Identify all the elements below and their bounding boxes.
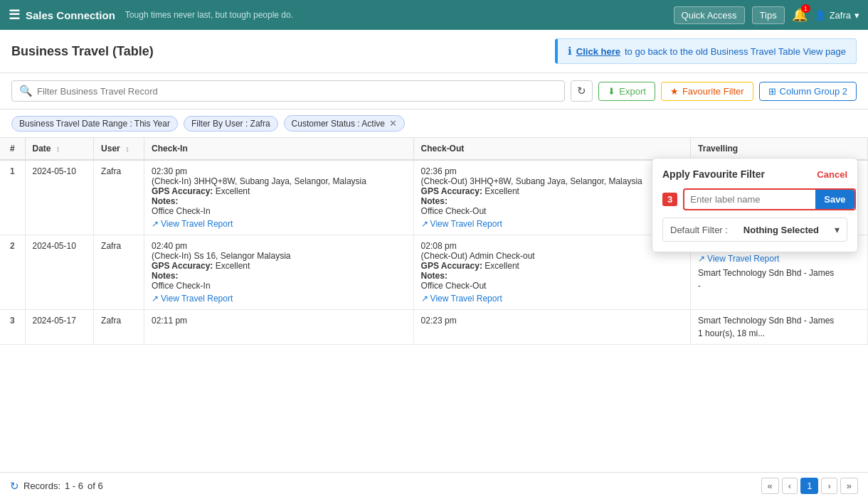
checkin-gps: GPS Accuracy: Excellent <box>152 186 406 196</box>
label-name-input[interactable] <box>684 190 815 209</box>
search-icon: 🔍 <box>19 85 33 97</box>
checkout-time: 02:08 pm <box>421 241 684 251</box>
row-travelling: Smart Technology Sdn Bhd - James 1 hour(… <box>691 310 868 345</box>
quick-access-button[interactable]: Quick Access <box>674 6 745 24</box>
last-page-button[interactable]: » <box>840 478 858 494</box>
checkout-notes: Notes: <box>421 196 684 206</box>
user-tag-label: Filter By User : Zafra <box>191 119 270 129</box>
row-date: 2024-05-10 <box>25 235 94 310</box>
user-sort-icon[interactable]: ↕ <box>125 144 129 153</box>
step-badge: 3 <box>662 193 677 206</box>
date-sort-icon[interactable]: ↕ <box>56 144 60 153</box>
checkout-location: (Check-Out) Admin Check-out <box>421 251 684 261</box>
checkout-view-report-link[interactable]: ↗ View Travel Report <box>421 219 684 229</box>
travelling-dash: - <box>698 281 860 291</box>
customer-status-filter-tag: Customer Status : Active ✕ <box>284 115 405 132</box>
nav-actions: Quick Access Tips 🔔1 👤 Zafra ▾ <box>674 6 859 24</box>
checkin-time: 02:30 pm <box>152 166 406 176</box>
label-input-wrap: Save <box>683 188 855 210</box>
checkout-time: 02:36 pm <box>421 166 684 176</box>
search-input[interactable] <box>37 86 557 97</box>
col-checkout: Check-Out <box>413 138 691 160</box>
hamburger-icon[interactable]: ☰ <box>9 7 20 23</box>
table-row: 3 2024-05-17 Zafra 02:11 pm 02:23 pm Sma… <box>0 310 868 345</box>
top-navigation: ☰ Sales Connection Tough times never las… <box>0 0 868 30</box>
user-chevron-icon: ▾ <box>854 10 859 21</box>
row-date: 2024-05-10 <box>25 160 94 235</box>
checkout-time: 02:23 pm <box>421 316 684 326</box>
info-icon: ℹ <box>568 45 572 58</box>
customer-status-tag-label: Customer Status : Active <box>292 119 385 129</box>
refresh-icon: ↻ <box>577 85 586 97</box>
checkin-location: (Check-In) Ss 16, Selangor Malaysia <box>152 251 406 261</box>
col-user: User ↕ <box>94 138 144 160</box>
row-checkin: 02:11 pm <box>144 310 414 345</box>
popup-cancel-button[interactable]: Cancel <box>817 169 847 180</box>
notification-bell[interactable]: 🔔1 <box>792 7 808 23</box>
refresh-button[interactable]: ↻ <box>571 80 593 102</box>
popup-step-row: 3 Save <box>662 188 847 210</box>
save-favourite-button[interactable]: Save <box>815 190 854 209</box>
default-filter-value: Nothing Selected <box>743 225 819 235</box>
app-name: Sales Connection <box>26 9 115 21</box>
records-range: 1 - 6 <box>65 481 83 491</box>
row-checkout: 02:23 pm <box>413 310 691 345</box>
refresh-records-icon[interactable]: ↻ <box>10 480 19 493</box>
user-name: Zafra <box>830 10 851 21</box>
columns-icon: ⊞ <box>768 86 776 97</box>
travelling-duration: 1 hour(s), 18 mi... <box>698 328 860 338</box>
date-range-filter-tag: Business Travel Date Range : This Year <box>11 116 178 132</box>
checkin-time: 02:11 pm <box>152 316 406 326</box>
app-tagline: Tough times never last, but tough people… <box>125 10 674 20</box>
checkout-gps: GPS Accuracy: Excellent <box>421 261 684 271</box>
checkin-notes: Notes: <box>152 196 406 206</box>
app-brand: ☰ Sales Connection <box>9 7 115 23</box>
popup-title: Apply Favourite Filter <box>662 168 765 180</box>
filter-tags-row: Business Travel Date Range : This Year F… <box>0 109 868 138</box>
user-filter-tag: Filter By User : Zafra <box>184 116 278 132</box>
search-box[interactable]: 🔍 <box>11 80 565 102</box>
next-page-button[interactable]: › <box>821 478 837 494</box>
checkin-view-report-link[interactable]: ↗ View Travel Report <box>152 219 406 229</box>
user-menu[interactable]: 👤 Zafra ▾ <box>815 10 859 21</box>
page-title: Business Travel (Table) <box>11 44 154 59</box>
column-group-label: Column Group 2 <box>780 86 847 97</box>
checkout-location: (Check-Out) 3HHQ+8W, Subang Jaya, Selang… <box>421 176 684 186</box>
checkout-gps: GPS Accuracy: Excellent <box>421 186 684 196</box>
col-checkin: Check-In <box>144 138 414 160</box>
row-checkout: 02:08 pm (Check-Out) Admin Check-out GPS… <box>413 235 691 310</box>
row-user: Zafra <box>94 160 144 235</box>
checkin-note-value: Office Check-In <box>152 206 406 216</box>
notification-badge: 1 <box>801 4 810 13</box>
checkin-notes: Notes: <box>152 271 406 281</box>
favourite-filter-button[interactable]: ★ Favourite Filter <box>661 82 753 101</box>
row-user: Zafra <box>94 310 144 345</box>
export-button[interactable]: ⬇ Export <box>598 82 655 101</box>
user-avatar-icon: 👤 <box>815 10 826 21</box>
checkin-view-report-link[interactable]: ↗ View Travel Report <box>152 294 406 304</box>
info-banner: ℹ Click here to go back to the old Busin… <box>555 38 857 64</box>
tips-button[interactable]: Tips <box>752 6 785 24</box>
info-banner-link[interactable]: Click here <box>576 46 620 57</box>
checkout-view-report-link[interactable]: ↗ View Travel Report <box>421 294 684 304</box>
page-1-button[interactable]: 1 <box>800 478 818 494</box>
records-total: of 6 <box>88 481 103 491</box>
page-header: Business Travel (Table) ℹ Click here to … <box>0 30 868 73</box>
customer-status-close-button[interactable]: ✕ <box>389 118 397 129</box>
first-page-button[interactable]: « <box>761 478 779 494</box>
external-link-icon: ↗ <box>421 294 428 304</box>
prev-page-button[interactable]: ‹ <box>782 478 798 494</box>
export-label: Export <box>619 86 646 97</box>
column-group-button[interactable]: ⊞ Column Group 2 <box>759 82 857 101</box>
default-filter-row[interactable]: Default Filter : Nothing Selected ▾ <box>662 218 847 242</box>
info-banner-text: to go back to the old Business Travel Ta… <box>625 46 846 57</box>
external-link-icon: ↗ <box>698 254 705 264</box>
row-user: Zafra <box>94 235 144 310</box>
row-num: 3 <box>0 310 25 345</box>
travelling-view-report-link[interactable]: ↗ View Travel Report <box>698 254 860 264</box>
star-icon: ★ <box>670 86 679 97</box>
row-checkin: 02:40 pm (Check-In) Ss 16, Selangor Mala… <box>144 235 414 310</box>
checkin-time: 02:40 pm <box>152 241 406 251</box>
toolbar: 🔍 ↻ ⬇ Export ★ Favourite Filter ⊞ Column… <box>0 73 868 109</box>
travelling-destination: Smart Technology Sdn Bhd - James <box>698 268 860 278</box>
